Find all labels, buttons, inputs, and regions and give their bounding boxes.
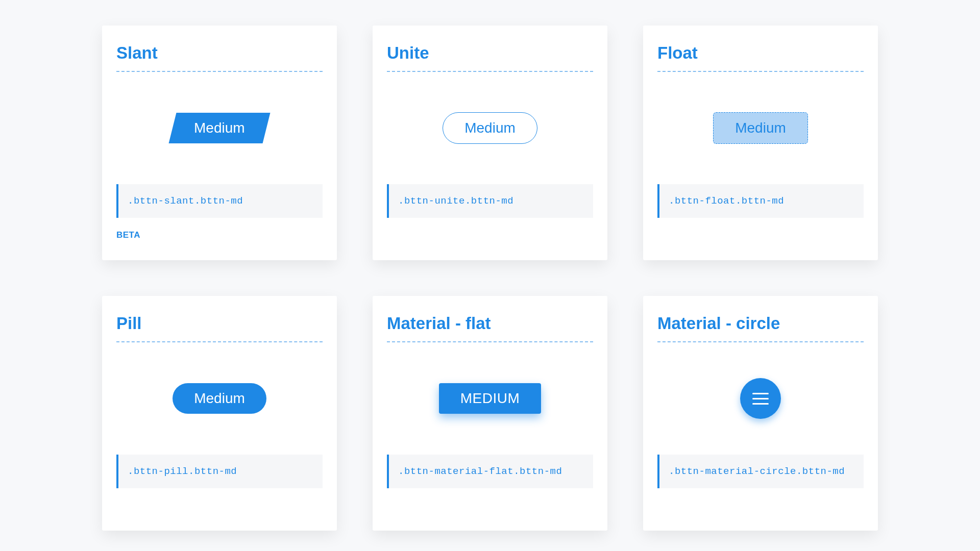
card-title: Material - circle [657,314,864,333]
button-preview: Medium [387,100,593,156]
card-title: Slant [116,43,323,63]
card-pill: Pill Medium .bttn-pill.bttn-md [102,296,337,531]
card-material-circle: Material - circle .bttn-material-circle.… [643,296,878,531]
button-label: Medium [194,120,245,136]
unite-button[interactable]: Medium [443,112,537,144]
divider [116,71,323,72]
card-title: Unite [387,43,593,63]
card-unite: Unite Medium .bttn-unite.bttn-md [373,26,607,260]
float-button[interactable]: Medium [713,112,808,144]
divider [657,341,864,342]
material-circle-button[interactable] [740,378,781,419]
button-preview: MEDIUM [387,370,593,427]
button-preview: Medium [657,100,864,156]
button-label: MEDIUM [460,390,520,407]
card-slant: Slant Medium .bttn-slant.bttn-md BETA [102,26,337,260]
card-title: Material - flat [387,314,593,333]
button-label: Medium [194,390,245,407]
card-grid: Slant Medium .bttn-slant.bttn-md BETA Un… [102,26,878,531]
card-material-flat: Material - flat MEDIUM .bttn-material-fl… [373,296,607,531]
card-float: Float Medium .bttn-float.bttn-md [643,26,878,260]
button-label: Medium [464,120,516,136]
class-code: .bttn-material-circle.bttn-md [657,455,864,488]
slant-button[interactable]: Medium [169,113,271,143]
class-code: .bttn-pill.bttn-md [116,455,323,488]
divider [387,71,593,72]
class-code: .bttn-slant.bttn-md [116,184,323,218]
divider [657,71,864,72]
divider [116,341,323,342]
menu-icon [752,393,769,405]
button-preview [657,370,864,427]
class-code: .bttn-material-flat.bttn-md [387,455,593,488]
material-flat-button[interactable]: MEDIUM [439,383,542,414]
beta-badge: BETA [116,230,140,240]
button-label: Medium [735,120,786,136]
card-title: Pill [116,314,323,333]
class-code: .bttn-unite.bttn-md [387,184,593,218]
divider [387,341,593,342]
card-title: Float [657,43,864,63]
button-preview: Medium [116,370,323,427]
button-preview: Medium [116,100,323,156]
pill-button[interactable]: Medium [173,383,266,414]
class-code: .bttn-float.bttn-md [657,184,864,218]
